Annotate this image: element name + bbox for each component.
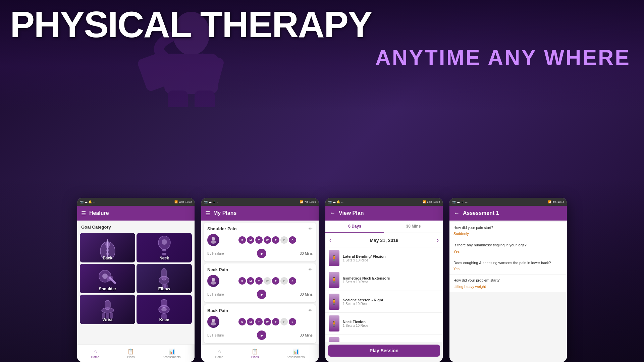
plan-card-shoulder: Shoulder Pain ✏ S M T W T F [204,223,316,261]
exercise-info-0: Lateral Bending/ Flexion 1 Sets x 10 Rep… [343,254,386,262]
svg-rect-9 [106,246,109,248]
goal-item-neck[interactable]: Neck [137,233,192,262]
play-btn-neck[interactable] [257,290,266,299]
day-M1: M [247,236,254,244]
plan-duration-neck: 30 Mins [300,292,313,296]
day-Fn1: F [280,277,288,285]
exercise-item-4: 🧍 Shoulder Rolls - Backward 1 Sets x 10 … [325,335,443,342]
tab-30-mins[interactable]: 30 Mins [384,221,443,233]
main-title: PHYSICAL THERAPY [10,6,372,43]
back-btn-4[interactable]: ← [453,210,460,217]
back-btn-3[interactable]: ← [329,210,335,217]
goal-item-wrist[interactable]: Wrist [80,295,135,324]
bottom-nav-1: ⌂ Home 📋 Plans 📊 Assessments [77,345,195,362]
exercise-thumb-0: 🧍 [329,250,339,266]
nav-assessments-1[interactable]: 📊 Assessments [163,348,181,359]
goal-item-elbow[interactable]: Elbow [137,264,192,293]
nav-home-label-1: Home [91,355,99,359]
plans-content: Shoulder Pain ✏ S M T W T F [201,221,319,345]
qa-answer-0: Suddenly [453,232,563,236]
day-W1: W [264,236,271,244]
nav-plans-1[interactable]: 📋 Plans [127,348,135,359]
exercise-sets-0: 1 Sets x 10 Reps [343,258,386,262]
day-Fb1: F [280,318,288,325]
exercise-sets-1: 1 Sets x 10 Reps [343,280,390,284]
assessments-icon-2: 📊 [292,348,299,355]
svg-rect-5 [195,90,215,107]
qa-question-3: How did your problem start? [453,278,563,283]
plan-by-shoulder: By Healure [207,252,224,255]
day-Wn1: W [264,277,271,285]
day-T2: T [272,236,279,244]
svg-point-34 [211,240,216,244]
plan-footer-shoulder: By Healure 30 Mins [207,249,313,258]
phone-plans: 📷 ☁ 📱 ... 📶7%13:10 ☰ My Plans Shoulder P… [201,198,319,362]
date-next-btn[interactable]: › [437,237,439,244]
plan-info-shoulder: S M T W T F S [207,234,313,246]
play-session-btn[interactable]: Play Session [328,345,440,357]
app-title-3: View Plan [339,210,439,216]
phone-view-plan: 📷 ☁ 🔔 ... 📶22%18:36 ← View Plan 6 Days 3… [325,198,443,362]
nav-assessments-2[interactable]: 📊 Assessments [287,348,305,359]
day-Mb1: M [247,318,254,325]
svg-rect-4 [168,90,188,107]
status-bar-1: 📷 ☁ 🔔 ... 📶22%18:32 [77,198,195,206]
plan-info-back: S M T W T F S [207,316,313,328]
play-btn-shoulder[interactable] [257,249,266,258]
status-bar-3: 📷 ☁ 🔔 ... 📶22%18:36 [325,198,443,206]
nav-assessments-label-2: Assessments [287,355,305,359]
day-pills-back: S M T W T F S [222,318,313,325]
tab-6-days[interactable]: 6 Days [325,221,384,233]
day-F1: F [280,236,288,244]
plan-by-back: By Healure [207,334,224,337]
goal-label-elbow: Elbow [137,287,192,291]
nav-plans-label-2: Plans [251,355,259,359]
exercise-thumb-3: 🧍 [329,315,339,331]
goal-item-back[interactable]: Back [80,233,135,262]
exercise-thumb-1: 🧍 [329,272,339,288]
edit-icon-back[interactable]: ✏ [309,308,313,313]
day-pills-shoulder: S M T W T F S [222,236,313,244]
svg-point-18 [102,274,108,279]
qa-question-0: How did your pain start? [453,225,563,230]
svg-point-13 [162,239,167,245]
goal-section: Goal Category [77,221,195,327]
plan-header-neck: Neck Pain ✏ [207,267,313,272]
qa-item-2: Does coughing & sneezing worsens the pai… [449,257,567,275]
goal-item-knee[interactable]: Knee [137,295,192,324]
exercise-name-3: Neck Flexion [343,320,368,324]
day-S1: S [238,236,246,244]
qa-item-0: How did your pain start? Suddenly [449,222,567,239]
goal-label-back: Back [80,256,135,260]
status-left-2: 📷 ☁ 📱 ... [204,200,219,203]
qa-answer-3: Lifting heavy weight [453,285,563,289]
exercise-info-3: Neck Flexion 1 Sets x 10 Reps [343,320,368,327]
phones-container: 📷 ☁ 🔔 ... 📶22%18:32 ☰ Healure Goal Categ… [0,114,644,362]
nav-home-2[interactable]: ⌂ Home [215,349,223,359]
svg-rect-15 [162,253,166,255]
exercise-thumb-4: 🧍 [329,337,339,342]
menu-icon[interactable]: ☰ [81,210,86,217]
nav-home-1[interactable]: ⌂ Home [91,349,99,359]
qa-question-2: Does coughing & sneezing worsens the pai… [453,260,563,265]
nav-plans-2[interactable]: 📋 Plans [251,348,259,359]
day-Sn2: S [289,277,296,285]
svg-rect-10 [106,249,109,251]
goal-label-knee: Knee [137,317,192,322]
svg-point-25 [102,308,114,313]
qa-item-1: Is there any numbness/ tingling in your … [449,239,567,257]
play-btn-back[interactable] [257,330,266,340]
status-right-4: 📶6%13:17 [548,200,564,203]
home-content: Goal Category [77,221,195,345]
date-prev-btn[interactable]: ‹ [329,237,331,244]
view-plan-tabs: 6 Days 30 Mins [325,221,443,233]
edit-icon-shoulder[interactable]: ✏ [309,226,313,231]
nav-home-label-2: Home [215,355,223,359]
status-left-3: 📷 ☁ 🔔 ... [328,200,343,203]
goal-label-shoulder: Shoulder [80,287,135,291]
menu-icon-2[interactable]: ☰ [205,210,210,217]
svg-rect-11 [106,253,109,255]
svg-point-21 [159,276,169,284]
goal-item-shoulder[interactable]: Shoulder [80,264,135,293]
edit-icon-neck[interactable]: ✏ [309,267,313,272]
